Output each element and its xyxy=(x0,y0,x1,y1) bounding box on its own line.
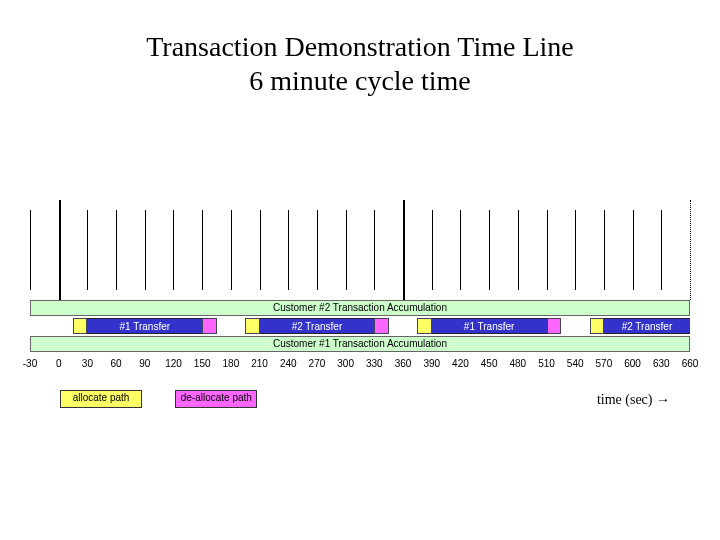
chart-title: Transaction Demonstration Time Line 6 mi… xyxy=(0,0,720,97)
tick xyxy=(202,210,203,290)
transfer-block: #2 Transfer xyxy=(245,318,388,334)
tick xyxy=(547,210,548,290)
tick xyxy=(317,210,318,290)
title-line1: Transaction Demonstration Time Line xyxy=(146,31,574,62)
tick xyxy=(260,210,261,290)
tick xyxy=(30,210,31,290)
dealloc-segment xyxy=(202,318,216,334)
legend-alloc: allocate path xyxy=(60,390,142,408)
transfer-label: #2 Transfer xyxy=(260,318,375,334)
tick-label: 390 xyxy=(418,358,446,369)
alloc-swatch: allocate path xyxy=(60,390,142,408)
tick xyxy=(518,210,519,290)
legend-dealloc: de-allocate path xyxy=(175,390,257,408)
tick-label: 60 xyxy=(102,358,130,369)
tick xyxy=(374,210,375,290)
alloc-segment xyxy=(590,318,604,334)
tick-label: 270 xyxy=(303,358,331,369)
tick-label: 450 xyxy=(475,358,503,369)
transfer-label: #2 Transfer xyxy=(604,318,690,334)
tick xyxy=(59,200,61,300)
tick-label: 570 xyxy=(590,358,618,369)
transfer-label: #1 Transfer xyxy=(87,318,202,334)
tick xyxy=(633,210,634,290)
tick-label: 660 xyxy=(676,358,704,369)
tick-label: 360 xyxy=(389,358,417,369)
x-axis-label: time (sec) → xyxy=(597,392,670,408)
tick xyxy=(145,210,146,290)
legend: allocate path de-allocate path xyxy=(60,390,287,408)
timeline: Customer #2 Transaction Accumulation#1 T… xyxy=(30,200,690,372)
tick-label: 630 xyxy=(647,358,675,369)
tick-label: 330 xyxy=(360,358,388,369)
timeline-rows: Customer #2 Transaction Accumulation#1 T… xyxy=(30,300,690,354)
tick-label: 240 xyxy=(274,358,302,369)
tick xyxy=(489,210,490,290)
tick xyxy=(173,210,174,290)
tick-label: 150 xyxy=(188,358,216,369)
tick xyxy=(346,210,347,290)
tick xyxy=(403,200,405,300)
tick xyxy=(604,210,605,290)
transfer-block: #1 Transfer xyxy=(73,318,216,334)
tick-label: 90 xyxy=(131,358,159,369)
tick xyxy=(231,210,232,290)
tick-label: 300 xyxy=(332,358,360,369)
tick-label: 600 xyxy=(619,358,647,369)
tick-label: 480 xyxy=(504,358,532,369)
tick-label: 0 xyxy=(45,358,73,369)
dealloc-swatch: de-allocate path xyxy=(175,390,257,408)
alloc-segment xyxy=(417,318,431,334)
title-line2: 6 minute cycle time xyxy=(249,65,471,96)
dealloc-segment xyxy=(374,318,388,334)
accumulation-bar: Customer #1 Transaction Accumulation xyxy=(30,336,690,352)
tick xyxy=(432,210,433,290)
alloc-segment xyxy=(245,318,259,334)
transfer-block: #2 Transfer xyxy=(590,318,690,334)
tick xyxy=(661,210,662,290)
tick-label: 210 xyxy=(246,358,274,369)
tick-label: 30 xyxy=(73,358,101,369)
tick-label: 120 xyxy=(159,358,187,369)
transfer-label: #1 Transfer xyxy=(432,318,547,334)
tick-label: -30 xyxy=(16,358,44,369)
tick-label: 510 xyxy=(533,358,561,369)
tick-labels: -300306090120150180210240270300330360390… xyxy=(30,358,690,372)
tick xyxy=(87,210,88,290)
dealloc-segment xyxy=(547,318,561,334)
accumulation-bar: Customer #2 Transaction Accumulation xyxy=(30,300,690,316)
transfer-block: #1 Transfer xyxy=(417,318,560,334)
tick-label: 420 xyxy=(446,358,474,369)
tick xyxy=(460,210,461,290)
tick-label: 180 xyxy=(217,358,245,369)
tick-marks xyxy=(30,200,690,300)
tick xyxy=(288,210,289,290)
alloc-segment xyxy=(73,318,87,334)
tick xyxy=(690,200,691,300)
tick xyxy=(575,210,576,290)
tick xyxy=(116,210,117,290)
tick-label: 540 xyxy=(561,358,589,369)
